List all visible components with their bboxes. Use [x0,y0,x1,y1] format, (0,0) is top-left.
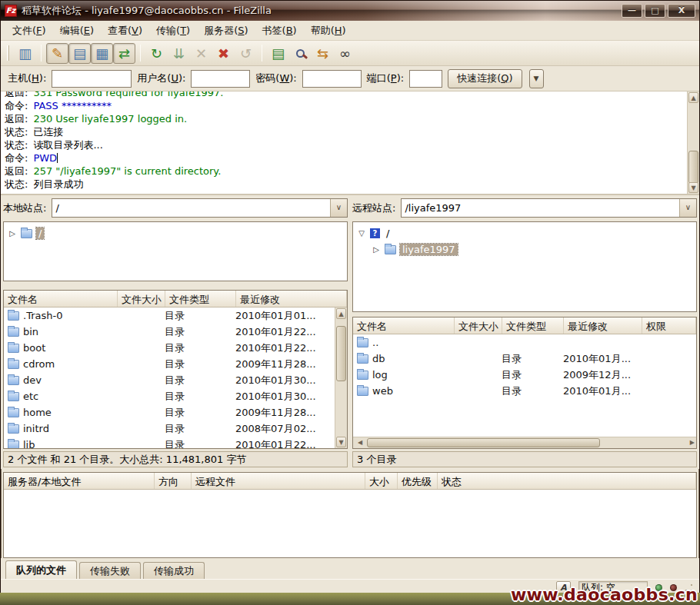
expander-collapsed-icon[interactable]: ▷ [372,245,381,254]
expander-expanded-icon[interactable]: ▽ [357,229,366,238]
file-row[interactable]: initrd目录2008年07月02... [4,421,335,437]
file-row[interactable]: lib目录2010年01月22... [4,437,335,448]
column-header[interactable]: 状态 [438,473,696,489]
column-header[interactable]: 文件大小 [455,317,502,334]
tree-item-root[interactable]: ▽ ? / [357,225,692,241]
transfer-queue: 服务器/本地文件方向远程文件大小优先级状态 [3,472,697,558]
log-line: 返回:331 Password required for liyafe1997. [5,91,684,99]
remote-path-combobox[interactable]: /liyafe1997 ∨ [401,198,697,218]
tab-failed-transfers[interactable]: 传输失败 [79,562,141,579]
tree-item-child[interactable]: ▷ liyafe1997 [357,241,692,258]
file-row[interactable]: dev目录2010年01月30... [4,372,335,388]
column-header[interactable]: 文件名 [353,317,455,334]
message-log[interactable]: 返回:331 Password required for liyafe1997.… [1,91,699,195]
close-button[interactable]: X [668,4,695,18]
column-header[interactable]: 优先级 [398,473,438,489]
file-name: initrd [19,423,113,434]
minimize-button[interactable]: — [622,4,642,18]
file-row[interactable]: log目录2009年12月... [353,367,696,383]
column-header[interactable]: 最近修改 [564,317,642,334]
local-directory-tree[interactable]: ▷ / [3,221,348,281]
menu-item-edit[interactable]: 编辑(E) [53,22,101,40]
tab-queued-files[interactable]: 队列的文件 [5,560,77,579]
compare-icon[interactable]: ⇆ [312,43,334,64]
maximize-button[interactable]: □ [645,4,665,18]
scroll-left-icon[interactable]: ◀ [355,438,365,447]
toolbar-grip[interactable] [7,45,9,61]
file-name: lib [19,439,113,448]
local-scroll-thumb[interactable] [336,326,346,381]
menu-item-bookmarks[interactable]: 书签(B) [255,22,304,40]
toggle-log-icon[interactable]: ✎ [46,43,68,64]
tab-successful-transfers[interactable]: 传输成功 [143,562,205,579]
title-bar[interactable]: Fz 稻草软件论坛 - liyafe1997@daocaobbs.cn - Fi… [1,1,699,21]
column-header[interactable]: 大小 [365,473,398,489]
file-row[interactable]: .. [353,334,696,351]
file-type: 目录 [161,438,232,449]
process-queue-icon[interactable]: ⇊ [168,43,190,64]
column-header[interactable]: 方向 [155,473,192,489]
file-row[interactable]: db目录2010年01月... [353,351,696,367]
tree-item-label[interactable]: liyafe1997 [400,244,458,255]
column-header[interactable]: 权限 [642,317,696,334]
disconnect-icon[interactable]: ✖ [212,43,235,64]
find-icon[interactable]: ∞ [334,43,356,64]
remote-directory-tree[interactable]: ▽ ? / ▷ liyafe1997 [352,221,697,312]
tree-item-label[interactable]: / [384,228,392,239]
menu-item-server[interactable]: 服务器(S) [197,22,255,40]
menu-item-help[interactable]: 帮助(H) [304,22,353,40]
folder-icon [357,371,368,380]
menu-item-transfer[interactable]: 传输(T) [149,22,197,40]
column-header[interactable]: 文件类型 [502,317,564,334]
folder-icon [385,245,396,254]
filter-icon[interactable]: ▤ [267,43,289,64]
expander-collapsed-icon[interactable]: ▷ [8,229,17,238]
remote-hscroll-thumb[interactable] [367,438,600,447]
remote-list-hscrollbar[interactable]: ◀ ▶ [353,437,696,448]
scroll-down-icon[interactable]: ▼ [336,437,346,447]
username-input[interactable] [191,70,250,88]
quickconnect-button[interactable]: 快速连接(Q) [448,69,522,88]
refresh-icon[interactable]: ↻ [145,43,168,64]
tree-item-root[interactable]: ▷ / [8,225,343,241]
column-header[interactable]: 文件大小 [118,291,165,307]
host-input[interactable] [52,70,132,88]
folder-icon [357,338,368,347]
file-row[interactable]: home目录2009年11月28... [4,404,335,421]
queue-body[interactable] [4,490,696,557]
file-row[interactable]: cdrom目录2009年11月28... [4,356,335,372]
file-row[interactable]: web目录2010年01月... [353,383,696,399]
column-header[interactable]: 文件类型 [165,291,236,307]
file-row[interactable]: etc目录2010年01月30... [4,388,335,404]
toggle-queue-icon[interactable]: ⇄ [113,43,135,64]
site-manager-icon[interactable]: ▥ [14,43,36,64]
log-scrollbar[interactable]: ▲ ▼ [687,91,699,194]
search-icon[interactable] [289,43,312,64]
file-modified: 2009年11月28... [232,357,335,371]
toggle-local-tree-icon[interactable]: ▤ [68,43,91,64]
column-header[interactable]: 文件名 [4,291,118,307]
chevron-down-icon[interactable]: ∨ [330,199,347,217]
password-input[interactable] [302,70,362,88]
menu-item-view[interactable]: 查看(V) [101,22,149,40]
scroll-up-icon[interactable]: ▲ [336,308,346,319]
log-scroll-thumb[interactable] [688,151,698,184]
toggle-remote-tree-icon[interactable]: ▦ [91,43,113,64]
folder-icon [8,424,19,434]
chevron-down-icon[interactable]: ∨ [679,199,696,217]
file-row[interactable]: .Trash-0目录2010年01月01... [4,307,335,324]
scroll-up-icon[interactable]: ▲ [688,92,698,103]
file-row[interactable]: bin目录2010年01月22... [4,324,335,340]
column-header[interactable]: 服务器/本地文件 [4,473,155,489]
column-header[interactable]: 最近修改 [236,291,347,307]
local-path-combobox[interactable]: / ∨ [52,198,348,218]
quickconnect-dropdown-button[interactable]: ▼ [529,69,544,88]
tree-item-label[interactable]: / [36,228,44,239]
local-list-scrollbar[interactable]: ▲ ▼ [335,307,347,448]
scroll-down-icon[interactable]: ▼ [688,182,698,193]
menu-item-file[interactable]: 文件(F) [5,22,53,40]
column-header[interactable]: 远程文件 [192,473,365,489]
port-input[interactable] [409,70,442,88]
file-row[interactable]: boot目录2010年01月22... [4,340,335,356]
scroll-right-icon[interactable]: ▶ [684,438,695,447]
